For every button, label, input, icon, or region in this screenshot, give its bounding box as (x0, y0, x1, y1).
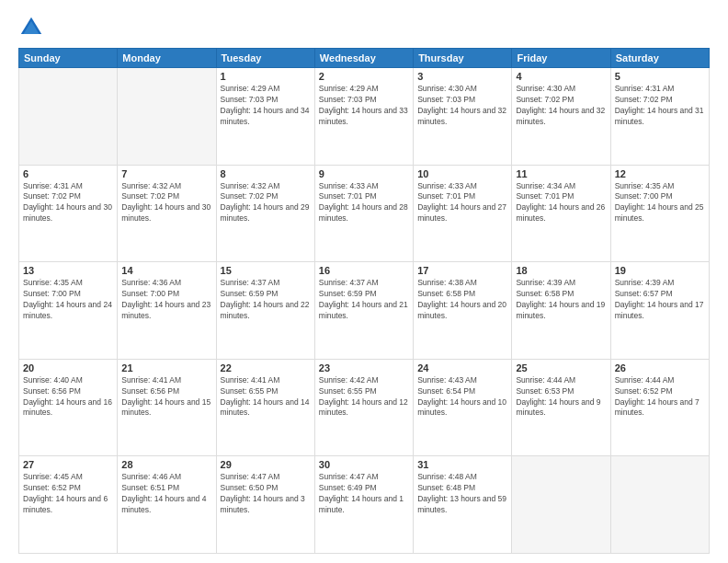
day-number: 29 (221, 459, 311, 470)
day-number: 14 (121, 265, 211, 276)
day-info: Sunrise: 4:35 AMSunset: 7:00 PMDaylight:… (615, 181, 705, 225)
day-info: Sunrise: 4:37 AMSunset: 6:59 PMDaylight:… (221, 278, 311, 322)
calendar-cell: 3Sunrise: 4:30 AMSunset: 7:03 PMDaylight… (414, 68, 512, 166)
calendar-cell: 25Sunrise: 4:44 AMSunset: 6:53 PMDayligh… (512, 359, 610, 456)
calendar-cell: 26Sunrise: 4:44 AMSunset: 6:52 PMDayligh… (610, 359, 709, 456)
calendar-table: SundayMondayTuesdayWednesdayThursdayFrid… (18, 48, 710, 554)
day-info: Sunrise: 4:41 AMSunset: 6:56 PMDaylight:… (121, 375, 211, 419)
week-row-1: 6Sunrise: 4:31 AMSunset: 7:02 PMDaylight… (19, 165, 710, 262)
calendar-cell: 1Sunrise: 4:29 AMSunset: 7:03 PMDaylight… (216, 68, 314, 166)
calendar-cell: 17Sunrise: 4:38 AMSunset: 6:58 PMDayligh… (414, 262, 512, 360)
day-info: Sunrise: 4:46 AMSunset: 6:51 PMDaylight:… (121, 472, 211, 516)
day-number: 20 (23, 362, 113, 373)
calendar-cell: 14Sunrise: 4:36 AMSunset: 7:00 PMDayligh… (118, 262, 216, 360)
day-number: 12 (615, 168, 705, 179)
calendar-cell: 10Sunrise: 4:33 AMSunset: 7:01 PMDayligh… (414, 165, 512, 262)
calendar-cell: 13Sunrise: 4:35 AMSunset: 7:00 PMDayligh… (19, 262, 118, 360)
calendar-cell (19, 68, 118, 166)
day-number: 6 (23, 168, 113, 179)
calendar-cell: 7Sunrise: 4:32 AMSunset: 7:02 PMDaylight… (118, 165, 216, 262)
day-number: 13 (23, 265, 113, 276)
week-row-2: 13Sunrise: 4:35 AMSunset: 7:00 PMDayligh… (19, 262, 710, 360)
day-info: Sunrise: 4:35 AMSunset: 7:00 PMDaylight:… (23, 278, 113, 322)
day-number: 15 (221, 265, 311, 276)
calendar-cell: 24Sunrise: 4:43 AMSunset: 6:54 PMDayligh… (414, 359, 512, 456)
day-number: 19 (615, 265, 705, 276)
calendar-cell: 29Sunrise: 4:47 AMSunset: 6:50 PMDayligh… (216, 456, 314, 554)
day-number: 25 (516, 362, 606, 373)
day-number: 24 (417, 362, 507, 373)
day-number: 16 (319, 265, 409, 276)
day-info: Sunrise: 4:47 AMSunset: 6:49 PMDaylight:… (319, 472, 409, 516)
day-number: 18 (516, 265, 606, 276)
calendar-cell: 12Sunrise: 4:35 AMSunset: 7:00 PMDayligh… (610, 165, 709, 262)
header (18, 15, 710, 40)
page: SundayMondayTuesdayWednesdayThursdayFrid… (0, 0, 728, 563)
calendar-cell: 15Sunrise: 4:37 AMSunset: 6:59 PMDayligh… (216, 262, 314, 360)
calendar-cell: 4Sunrise: 4:30 AMSunset: 7:02 PMDaylight… (512, 68, 610, 166)
day-info: Sunrise: 4:33 AMSunset: 7:01 PMDaylight:… (319, 181, 409, 225)
dow-header-thursday: Thursday (414, 49, 512, 68)
day-info: Sunrise: 4:30 AMSunset: 7:03 PMDaylight:… (417, 84, 507, 128)
calendar-cell: 20Sunrise: 4:40 AMSunset: 6:56 PMDayligh… (19, 359, 118, 456)
day-info: Sunrise: 4:47 AMSunset: 6:50 PMDaylight:… (221, 472, 311, 516)
dow-header-tuesday: Tuesday (216, 49, 314, 68)
calendar-cell (118, 68, 216, 166)
calendar-cell: 5Sunrise: 4:31 AMSunset: 7:02 PMDaylight… (610, 68, 709, 166)
day-info: Sunrise: 4:38 AMSunset: 6:58 PMDaylight:… (417, 278, 507, 322)
day-info: Sunrise: 4:30 AMSunset: 7:02 PMDaylight:… (516, 84, 606, 128)
day-info: Sunrise: 4:41 AMSunset: 6:55 PMDaylight:… (221, 375, 311, 419)
day-info: Sunrise: 4:32 AMSunset: 7:02 PMDaylight:… (221, 181, 311, 225)
week-row-0: 1Sunrise: 4:29 AMSunset: 7:03 PMDaylight… (19, 68, 710, 166)
day-number: 23 (319, 362, 409, 373)
day-number: 17 (417, 265, 507, 276)
calendar-cell: 27Sunrise: 4:45 AMSunset: 6:52 PMDayligh… (19, 456, 118, 554)
calendar-cell: 8Sunrise: 4:32 AMSunset: 7:02 PMDaylight… (216, 165, 314, 262)
calendar-cell: 6Sunrise: 4:31 AMSunset: 7:02 PMDaylight… (19, 165, 118, 262)
day-info: Sunrise: 4:48 AMSunset: 6:48 PMDaylight:… (417, 472, 507, 516)
day-info: Sunrise: 4:42 AMSunset: 6:55 PMDaylight:… (319, 375, 409, 419)
day-info: Sunrise: 4:32 AMSunset: 7:02 PMDaylight:… (121, 181, 211, 225)
day-info: Sunrise: 4:39 AMSunset: 6:57 PMDaylight:… (615, 278, 705, 322)
dow-header-friday: Friday (512, 49, 610, 68)
calendar-cell: 16Sunrise: 4:37 AMSunset: 6:59 PMDayligh… (314, 262, 413, 360)
day-info: Sunrise: 4:29 AMSunset: 7:03 PMDaylight:… (221, 84, 311, 128)
calendar-cell: 2Sunrise: 4:29 AMSunset: 7:03 PMDaylight… (314, 68, 413, 166)
day-info: Sunrise: 4:31 AMSunset: 7:02 PMDaylight:… (615, 84, 705, 128)
calendar-cell: 11Sunrise: 4:34 AMSunset: 7:01 PMDayligh… (512, 165, 610, 262)
dow-header-saturday: Saturday (610, 49, 709, 68)
day-info: Sunrise: 4:40 AMSunset: 6:56 PMDaylight:… (23, 375, 113, 419)
day-number: 27 (23, 459, 113, 470)
dow-header-wednesday: Wednesday (314, 49, 413, 68)
day-number: 1 (221, 71, 311, 82)
day-info: Sunrise: 4:44 AMSunset: 6:53 PMDaylight:… (516, 375, 606, 419)
day-number: 5 (615, 71, 705, 82)
day-info: Sunrise: 4:39 AMSunset: 6:58 PMDaylight:… (516, 278, 606, 322)
calendar-cell: 30Sunrise: 4:47 AMSunset: 6:49 PMDayligh… (314, 456, 413, 554)
day-number: 8 (221, 168, 311, 179)
day-number: 7 (121, 168, 211, 179)
calendar-cell: 18Sunrise: 4:39 AMSunset: 6:58 PMDayligh… (512, 262, 610, 360)
calendar-cell: 19Sunrise: 4:39 AMSunset: 6:57 PMDayligh… (610, 262, 709, 360)
day-number: 26 (615, 362, 705, 373)
calendar-body: 1Sunrise: 4:29 AMSunset: 7:03 PMDaylight… (19, 68, 710, 554)
day-info: Sunrise: 4:37 AMSunset: 6:59 PMDaylight:… (319, 278, 409, 322)
day-info: Sunrise: 4:34 AMSunset: 7:01 PMDaylight:… (516, 181, 606, 225)
day-number: 9 (319, 168, 409, 179)
day-info: Sunrise: 4:31 AMSunset: 7:02 PMDaylight:… (23, 181, 113, 225)
calendar-cell: 22Sunrise: 4:41 AMSunset: 6:55 PMDayligh… (216, 359, 314, 456)
calendar-cell: 31Sunrise: 4:48 AMSunset: 6:48 PMDayligh… (414, 456, 512, 554)
day-number: 10 (417, 168, 507, 179)
day-info: Sunrise: 4:33 AMSunset: 7:01 PMDaylight:… (417, 181, 507, 225)
calendar-cell: 28Sunrise: 4:46 AMSunset: 6:51 PMDayligh… (118, 456, 216, 554)
dow-header-monday: Monday (118, 49, 216, 68)
day-info: Sunrise: 4:29 AMSunset: 7:03 PMDaylight:… (319, 84, 409, 128)
week-row-3: 20Sunrise: 4:40 AMSunset: 6:56 PMDayligh… (19, 359, 710, 456)
logo (18, 15, 48, 40)
day-info: Sunrise: 4:44 AMSunset: 6:52 PMDaylight:… (615, 375, 705, 419)
calendar-cell: 21Sunrise: 4:41 AMSunset: 6:56 PMDayligh… (118, 359, 216, 456)
calendar-cell (610, 456, 709, 554)
day-of-week-row: SundayMondayTuesdayWednesdayThursdayFrid… (19, 49, 710, 68)
dow-header-sunday: Sunday (19, 49, 118, 68)
day-number: 3 (417, 71, 507, 82)
